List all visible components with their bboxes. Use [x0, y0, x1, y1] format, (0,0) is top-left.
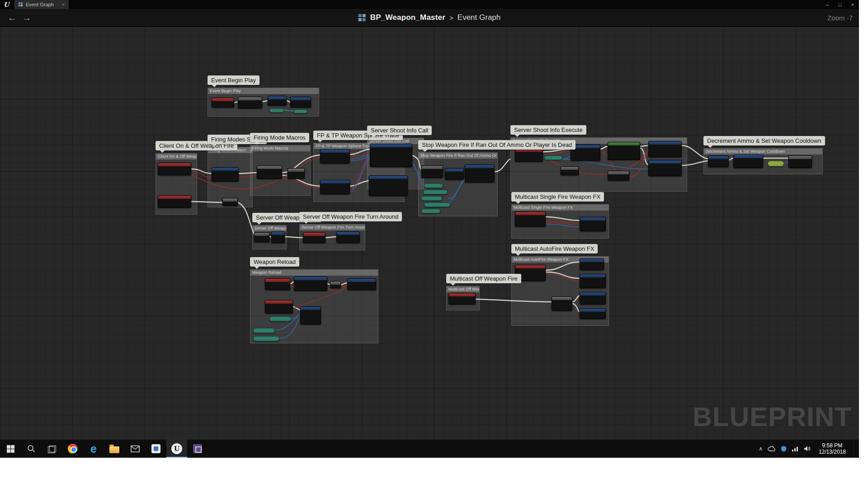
comment-bubble-server-off-weapon-fire-turn-around[interactable]: Server Off Weapon Fire Turn Around — [299, 212, 402, 221]
taskbar-search-button[interactable] — [21, 440, 42, 458]
show-desktop-button[interactable] — [854, 440, 855, 458]
unreal-logo-icon: U — [0, 1, 13, 8]
breadcrumb-separator-icon: > — [449, 14, 453, 22]
minimize-button[interactable]: – — [821, 0, 834, 9]
comment-bubble-event-begin-play[interactable]: Event Begin Play — [208, 75, 259, 85]
unreal-engine-icon: U — [171, 443, 182, 454]
comment-bubble-server-shoot-info-execute[interactable]: Server Shoot Info Execute — [510, 125, 586, 135]
taskbar-app-unreal[interactable]: U — [166, 440, 187, 458]
taskbar-clock[interactable]: 9:58 PM 12/13/2018 — [816, 442, 849, 455]
comment-bubble-multicast-autofire[interactable]: Multicast AutoFire Weapon FX — [511, 244, 598, 253]
zoom-level: Zoom -7 — [827, 14, 853, 22]
cloud-icon[interactable] — [768, 446, 776, 451]
maximize-button[interactable]: □ — [834, 0, 846, 9]
breadcrumb-page[interactable]: Event Graph — [458, 13, 500, 22]
network-icon[interactable] — [792, 446, 799, 451]
desktop: U Event Graph × – □ × ← → BP_Weapon_Mast… — [0, 0, 859, 458]
tray-date: 12/13/2018 — [819, 449, 846, 455]
tab-label: Event Graph — [26, 2, 54, 7]
taskbar: e U ∧ 9:58 PM 12/13/2018 — [0, 440, 859, 458]
blueprint-icon — [359, 14, 366, 22]
comment-bubble-multicast-single-fire[interactable]: Multicast Single Fire Weapon FX — [511, 192, 604, 202]
comment-bubble-decrement-ammo[interactable]: Decrement Ammo & Set Weapon Cooldown — [703, 136, 825, 145]
system-tray: ∧ 9:58 PM 12/13/2018 — [759, 440, 859, 458]
graph-navbar: ← → BP_Weapon_Master > Event Graph Zoom … — [0, 9, 859, 27]
comment-bubble-multicast-off-weapon-fire[interactable]: Multicast Off Weapon Fire — [446, 274, 521, 283]
start-button[interactable] — [0, 440, 21, 458]
window-titlebar[interactable]: U Event Graph × – □ × — [0, 0, 859, 9]
taskbar-app-icon-2[interactable] — [187, 440, 208, 458]
tab-close-icon[interactable]: × — [62, 2, 65, 7]
task-view-icon — [48, 446, 56, 452]
bubble-layer: Event Begin PlayClient On & Off Weapon F… — [0, 27, 859, 440]
speaker-icon[interactable] — [804, 446, 811, 452]
close-button[interactable]: × — [846, 0, 859, 9]
comment-bubble-firing-mode-macros[interactable]: Firing Mode Macros — [250, 133, 309, 142]
graph-tab-icon — [19, 2, 23, 7]
edge-icon: e — [90, 444, 97, 454]
taskbar-app-chrome[interactable] — [62, 440, 83, 458]
folder-icon — [109, 446, 119, 453]
task-view-button[interactable] — [42, 440, 62, 458]
comment-bubble-weapon-reload[interactable]: Weapon Reload — [250, 257, 299, 267]
taskbar-app-file-explorer[interactable] — [104, 440, 125, 458]
breadcrumb-asset[interactable]: BP_Weapon_Master — [370, 13, 445, 22]
app-dark-icon — [193, 444, 202, 453]
blueprint-watermark: BLUEPRINT — [693, 401, 852, 432]
windows-logo-icon — [7, 445, 14, 453]
search-icon — [27, 445, 35, 453]
taskbar-app-mail[interactable] — [125, 440, 146, 458]
app-window-icon — [151, 444, 160, 453]
back-button[interactable]: ← — [6, 12, 18, 23]
breadcrumb: BP_Weapon_Master > Event Graph — [359, 13, 501, 22]
taskbar-app-icon-1[interactable] — [146, 440, 166, 458]
tray-time: 9:58 PM — [819, 442, 846, 449]
tab-event-graph[interactable]: Event Graph × — [14, 0, 69, 9]
tray-expand-icon[interactable]: ∧ — [759, 446, 763, 452]
mail-icon — [131, 446, 140, 452]
comment-bubble-stop-weapon-fire[interactable]: Stop Weapon Fire If Ran Out Of Ammo Or P… — [418, 140, 576, 150]
taskbar-app-edge[interactable]: e — [83, 440, 104, 458]
shield-icon[interactable] — [781, 446, 787, 452]
forward-button[interactable]: → — [21, 12, 33, 23]
comment-bubble-server-shoot-info-call[interactable]: Server Shoot Info Call — [367, 126, 432, 135]
chrome-icon — [68, 444, 78, 454]
window-controls: – □ × — [821, 0, 859, 9]
graph-canvas[interactable]: Event Begin PlayClient On & Off Weapon F… — [0, 27, 859, 440]
